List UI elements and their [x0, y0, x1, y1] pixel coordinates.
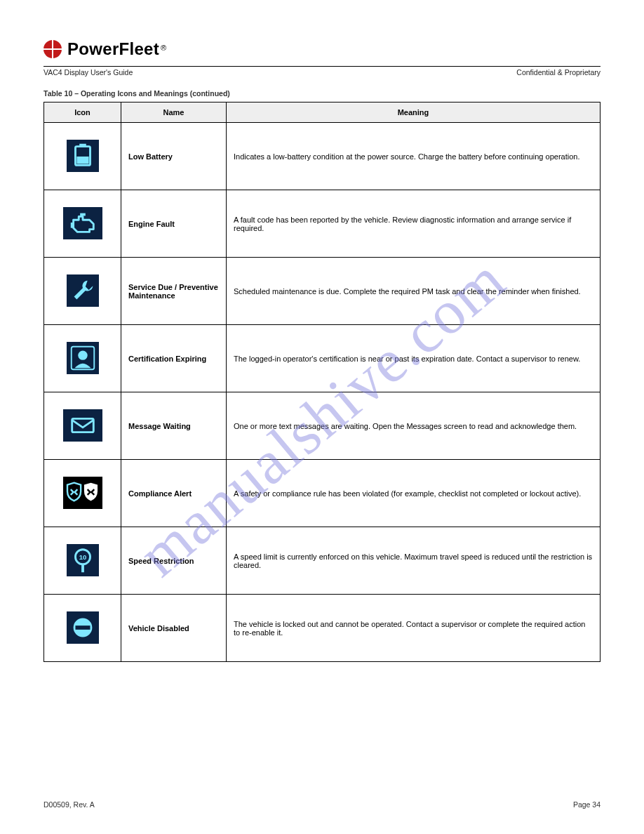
table-row: Engine Fault A fault code has been repor… — [44, 190, 601, 258]
svg-rect-11 — [64, 410, 102, 441]
wrench-icon — [67, 274, 99, 307]
col-header-meaning: Meaning — [227, 102, 601, 123]
row-name: Message Waiting — [121, 392, 227, 460]
brand-name: PowerFleet® — [67, 39, 166, 59]
page-header: PowerFleet® — [43, 39, 601, 67]
table-caption: Table 10 – Operating Icons and Meanings … — [43, 89, 601, 98]
row-meaning: The vehicle is locked out and cannot be … — [227, 595, 601, 662]
prohibit-icon — [67, 611, 99, 644]
icons-table: Icon Name Meaning Low Bat — [43, 102, 601, 662]
svg-rect-2 — [79, 143, 86, 147]
message-icon — [63, 409, 102, 442]
engine-icon — [63, 207, 102, 239]
doc-title: VAC4 Display User's Guide — [43, 68, 133, 77]
svg-rect-3 — [76, 156, 88, 164]
row-meaning: Indicates a low-battery condition at the… — [227, 123, 601, 190]
svg-rect-4 — [64, 208, 102, 239]
page-footer: D00509, Rev. A Page 34 — [43, 800, 601, 809]
table-row: Compliance Alert A safety or compliance … — [44, 460, 601, 527]
row-name: Speed Restriction — [121, 527, 227, 595]
row-meaning: A speed limit is currently enforced on t… — [227, 527, 601, 595]
table-row: Certification Expiring The logged-in ope… — [44, 325, 601, 392]
doc-meta-bar: VAC4 Display User's Guide Confidential &… — [43, 68, 601, 77]
row-meaning: A safety or compliance rule has been vio… — [227, 460, 601, 527]
svg-rect-6 — [70, 223, 73, 228]
row-name: Vehicle Disabled — [121, 595, 227, 662]
svg-rect-5 — [80, 213, 86, 216]
table-row: Message Waiting One or more text message… — [44, 392, 601, 460]
row-name: Engine Fault — [121, 190, 227, 258]
svg-rect-20 — [75, 626, 90, 630]
row-meaning: Scheduled maintenance is due. Complete t… — [227, 258, 601, 325]
table-row: Low Battery Indicates a low-battery cond… — [44, 123, 601, 190]
svg-point-10 — [78, 350, 87, 359]
svg-rect-17 — [81, 564, 84, 571]
confidential-label: Confidential & Proprietary — [516, 68, 601, 77]
row-meaning: The logged-in operator's certification i… — [227, 325, 601, 392]
powerfleet-logo-icon — [43, 40, 62, 58]
doc-number: D00509, Rev. A — [43, 800, 95, 809]
row-name: Compliance Alert — [121, 460, 227, 527]
table-row: 10 Speed Restriction A speed limit is cu… — [44, 527, 601, 595]
table-row: Service Due / Preventive Maintenance Sch… — [44, 258, 601, 325]
speed-sign-icon: 10 — [67, 544, 99, 576]
col-header-icon: Icon — [44, 102, 121, 123]
operator-icon — [67, 342, 99, 374]
row-meaning: A fault code has been reported by the ve… — [227, 190, 601, 258]
battery-icon — [67, 140, 99, 172]
row-meaning: One or more text messages are waiting. O… — [227, 392, 601, 460]
row-name: Low Battery — [121, 123, 227, 190]
row-name: Certification Expiring — [121, 325, 227, 392]
shields-icon — [63, 477, 102, 509]
row-name: Service Due / Preventive Maintenance — [121, 258, 227, 325]
page-number: Page 34 — [573, 800, 601, 809]
table-row: Vehicle Disabled The vehicle is locked o… — [44, 595, 601, 662]
col-header-name: Name — [121, 102, 227, 123]
svg-text:10: 10 — [79, 553, 86, 561]
